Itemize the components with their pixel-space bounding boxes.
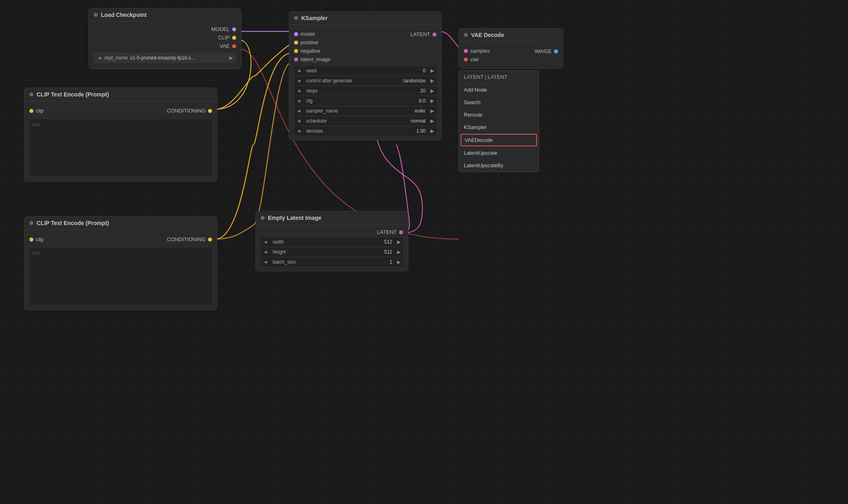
seed-arrow-left[interactable]: ◄	[294, 66, 304, 75]
latent-image-input-row: latent_image	[289, 55, 335, 64]
cfg-arrow-left[interactable]: ◄	[294, 96, 304, 105]
ksampler-header: KSampler	[289, 12, 441, 25]
samples-input-row: samples	[459, 47, 494, 55]
denoise-name: denoise	[304, 127, 414, 135]
latent-output-row: LATENT	[256, 228, 408, 236]
scheduler-arrow-right[interactable]: ▶	[428, 117, 436, 125]
samples-input-connector[interactable]	[464, 49, 468, 53]
model-output: MODEL	[211, 26, 236, 32]
denoise-arrow-left[interactable]: ◄	[294, 127, 304, 135]
conditioning-2-connector[interactable]	[208, 238, 212, 242]
context-menu-item-ksampler[interactable]: KSampler	[459, 121, 539, 133]
vae-input-connector[interactable]	[464, 57, 468, 61]
clip-text-encode-2-textarea[interactable]: text	[29, 248, 212, 304]
model-connector[interactable]	[232, 27, 236, 31]
scheduler-param: ◄ scheduler normal ▶	[294, 117, 436, 125]
negative-input-connector[interactable]	[294, 49, 298, 53]
negative-input-label: negative	[301, 48, 320, 54]
clip-text-encode-2-body: clip CONDITIONING text	[25, 230, 217, 310]
load-checkpoint-body: MODEL CLIP VAE ◄ ckpt_name v1-5-pruned-e…	[89, 22, 241, 69]
vae-decode-header: VAE Decode	[459, 29, 563, 42]
ckpt-arrow-right[interactable]: ▶	[229, 55, 233, 61]
clip-1-input-row: clip	[25, 107, 49, 115]
positive-input-connector[interactable]	[294, 41, 298, 45]
vae-label: VAE	[220, 43, 230, 49]
latent-output-connector2[interactable]	[399, 230, 403, 234]
latent-image-input-connector[interactable]	[294, 57, 298, 61]
clip-text-encode-1-textarea[interactable]: text	[29, 119, 212, 176]
latent-output-label2: LATENT	[377, 229, 397, 235]
seed-arrow-right[interactable]: ▶	[428, 66, 436, 75]
height-name: height	[270, 248, 382, 256]
context-menu-item-latentupscaleby[interactable]: LatentUpscaleBy	[459, 159, 539, 172]
context-menu-header: LATENT | LATENT	[459, 71, 539, 84]
steps-arrow-left[interactable]: ◄	[294, 86, 304, 95]
clip-text-encode-1-dot	[29, 92, 33, 96]
model-input-row: model	[289, 30, 335, 38]
height-arrow-right[interactable]: ▶	[395, 248, 403, 256]
cfg-arrow-right[interactable]: ▶	[428, 96, 436, 105]
scheduler-name: scheduler	[304, 117, 408, 125]
empty-latent-image-node: Empty Latent Image LATENT ◄ width 512 ▶ …	[255, 211, 408, 271]
control-arrow-right[interactable]: ▶	[428, 76, 436, 85]
empty-latent-header: Empty Latent Image	[256, 211, 408, 225]
latent-output-connector[interactable]	[432, 33, 436, 37]
conditioning-1-connector[interactable]	[208, 109, 212, 113]
steps-arrow-right[interactable]: ▶	[428, 86, 436, 95]
model-input-connector[interactable]	[294, 32, 298, 36]
clip-text-encode-2-dot	[29, 221, 33, 225]
context-menu-item-latentupscale[interactable]: LatentUpscale	[459, 147, 539, 159]
denoise-arrow-right[interactable]: ▶	[428, 127, 436, 135]
clip-connector[interactable]	[232, 36, 236, 40]
sampler-arrow-left[interactable]: ◄	[294, 107, 304, 115]
ckpt-arrow-left[interactable]: ◄	[97, 55, 102, 61]
image-output: IMAGE	[530, 47, 563, 56]
node-status-dot	[94, 13, 98, 17]
scheduler-arrow-left[interactable]: ◄	[294, 117, 304, 125]
context-menu-item-reroute[interactable]: Reroute	[459, 109, 539, 121]
latent-image-input-label: latent_image	[301, 56, 330, 62]
empty-latent-body: LATENT ◄ width 512 ▶ ◄ height 512 ▶ ◄ ba…	[256, 225, 408, 271]
vae-connector[interactable]	[232, 44, 236, 48]
load-checkpoint-header: Load Checkpoint	[89, 8, 241, 22]
clip-text-encode-1-title: CLIP Text Encode (Prompt)	[37, 91, 109, 98]
samples-input-label: samples	[470, 48, 490, 54]
vae-decode-node: VAE Decode samples vae IMAGE	[459, 28, 563, 69]
scheduler-value: normal	[408, 117, 428, 125]
clip-text-encode-1-node: CLIP Text Encode (Prompt) clip CONDITION…	[24, 88, 217, 182]
denoise-param: ◄ denoise 1.00 ▶	[294, 127, 436, 135]
width-arrow-left[interactable]: ◄	[261, 238, 270, 246]
context-menu-item-vaedecode[interactable]: VAEDecode	[461, 134, 537, 146]
ckpt-name-label: ckpt_name	[104, 55, 128, 61]
sampler-name-param: ◄ sampler_name euler ▶	[294, 107, 436, 115]
steps-value: 20	[418, 86, 428, 95]
conditioning-1-output: CONDITIONING	[162, 106, 217, 115]
ksampler-body: model positive negative	[289, 25, 441, 140]
cfg-param: ◄ cfg 8.0 ▶	[294, 96, 436, 105]
conditioning-1-label: CONDITIONING	[167, 108, 206, 114]
control-arrow-left[interactable]: ◄	[294, 76, 304, 85]
width-name: width	[270, 238, 382, 246]
batch-arrow-left[interactable]: ◄	[261, 258, 270, 266]
clip-text-encode-1-placeholder: text	[32, 122, 39, 127]
sampler-arrow-right[interactable]: ▶	[428, 107, 436, 115]
vae-input-label: vae	[470, 56, 479, 62]
context-menu-item-add-node[interactable]: Add Node	[459, 84, 539, 96]
width-arrow-right[interactable]: ▶	[395, 238, 403, 246]
batch-arrow-right[interactable]: ▶	[395, 258, 403, 266]
clip-2-input-connector[interactable]	[29, 238, 33, 242]
ckpt-value: v1-5-pruned-emaonly-fp16.s...	[130, 55, 227, 61]
denoise-value: 1.00	[414, 127, 428, 135]
context-menu-item-search[interactable]: Search	[459, 96, 539, 109]
ksampler-inputs: model positive negative	[289, 30, 335, 64]
context-menu: LATENT | LATENT Add Node Search Reroute …	[459, 70, 539, 172]
ksampler-title: KSampler	[301, 15, 327, 21]
clip-text-encode-1-body: clip CONDITIONING text	[25, 101, 217, 181]
vae-output: VAE	[220, 43, 236, 49]
clip-output: CLIP	[218, 35, 236, 41]
image-output-connector[interactable]	[554, 49, 558, 53]
control-value: randomize	[401, 76, 428, 85]
height-arrow-left[interactable]: ◄	[261, 248, 270, 256]
clip-1-input-connector[interactable]	[29, 109, 33, 113]
clip-text-encode-2-title: CLIP Text Encode (Prompt)	[37, 220, 109, 226]
